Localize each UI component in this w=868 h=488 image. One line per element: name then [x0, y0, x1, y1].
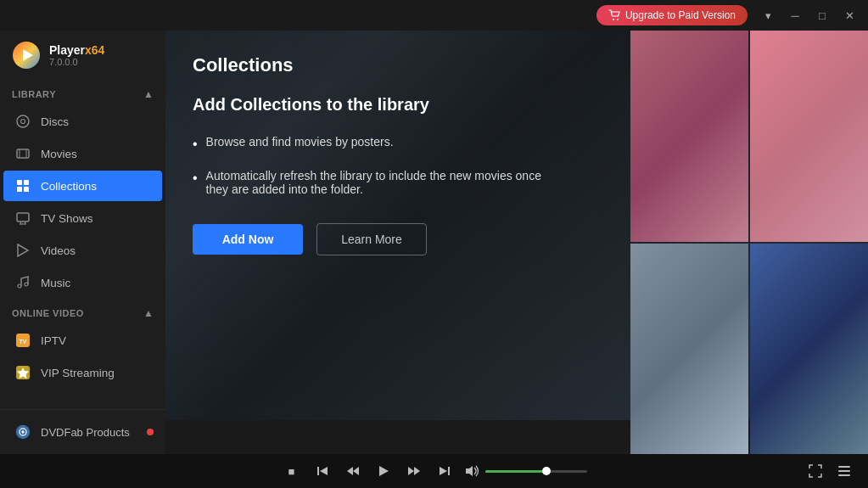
svg-marker-29 [347, 467, 353, 475]
restore-button[interactable]: □ [810, 7, 834, 24]
next-icon [439, 465, 451, 477]
feature-title: Add Collections to the library [193, 95, 841, 115]
svg-rect-39 [838, 474, 850, 476]
svg-rect-9 [17, 180, 22, 185]
online-video-label: Online Video [12, 308, 84, 318]
volume-area [465, 465, 587, 477]
feature-item-1: Browse and find movies by posters. [193, 135, 549, 154]
svg-point-19 [25, 283, 28, 286]
volume-icon [465, 465, 480, 477]
page-title: Collections [193, 54, 841, 76]
svg-marker-28 [320, 467, 328, 475]
play-button[interactable] [373, 461, 394, 481]
svg-marker-33 [414, 467, 420, 475]
add-now-button[interactable]: Add Now [193, 224, 303, 255]
dropdown-button[interactable]: ▾ [756, 7, 780, 24]
sidebar-item-discs[interactable]: Discs [3, 106, 162, 137]
rewind-icon [346, 465, 360, 477]
fullscreen-icon [809, 464, 822, 478]
sidebar-item-iptv[interactable]: TV IPTV [3, 325, 162, 356]
movies-icon [15, 146, 31, 161]
titlebar: Upgrade to Paid Version ▾ ─ □ ✕ [0, 0, 868, 31]
play-icon [378, 465, 389, 477]
volume-thumb [542, 467, 551, 475]
app-logo [12, 41, 41, 70]
library-section-header: Library ▲ [0, 80, 165, 105]
sidebar: Playerx64 7.0.0.0 Library ▲ Discs Movies [0, 31, 165, 454]
action-buttons: Add Now Learn More [193, 223, 841, 255]
library-label: Library [12, 89, 56, 99]
svg-rect-38 [838, 470, 850, 472]
dvdfab-icon [15, 424, 31, 440]
main-layout: Playerx64 7.0.0.0 Library ▲ Discs Movies [0, 31, 868, 454]
volume-slider[interactable] [485, 470, 587, 473]
sidebar-item-collections[interactable]: Collections [3, 171, 162, 201]
online-video-section-header: Online Video ▲ [0, 299, 165, 324]
sidebar-item-videos[interactable]: Videos [3, 235, 162, 266]
window-controls: ▾ ─ □ ✕ [756, 7, 861, 24]
vip-icon [15, 365, 31, 380]
prev-button[interactable] [312, 461, 333, 481]
svg-rect-12 [24, 187, 29, 192]
svg-rect-13 [17, 213, 29, 222]
svg-marker-17 [18, 244, 28, 256]
app-name: Playerx64 [49, 43, 104, 57]
sidebar-item-movies[interactable]: Movies [3, 138, 162, 169]
feature-item-2: Automatically refresh the library to inc… [193, 169, 549, 196]
music-icon [15, 275, 31, 290]
prev-icon [316, 465, 328, 477]
notification-dot [147, 429, 154, 435]
upgrade-button[interactable]: Upgrade to Paid Version [596, 5, 748, 25]
volume-fill [485, 470, 546, 473]
svg-rect-10 [24, 180, 29, 185]
content-area: Collections Add Collections to the libra… [165, 31, 868, 454]
svg-rect-34 [448, 467, 450, 475]
svg-point-0 [613, 19, 614, 20]
svg-marker-30 [353, 467, 359, 475]
logo-area: Playerx64 7.0.0.0 [0, 31, 165, 80]
learn-more-button[interactable]: Learn More [316, 223, 427, 255]
feature-list: Browse and find movies by posters. Autom… [193, 135, 841, 196]
videos-icon [15, 243, 31, 258]
tv-icon [15, 210, 31, 226]
library-toggle[interactable]: ▲ [143, 88, 154, 100]
player-right-controls [805, 461, 854, 481]
svg-point-4 [17, 115, 29, 127]
cart-icon [608, 9, 620, 21]
collections-content: Collections Add Collections to the libra… [165, 31, 868, 420]
svg-marker-36 [466, 466, 473, 476]
disc-icon [15, 114, 31, 129]
fullscreen-button[interactable] [805, 461, 826, 481]
fast-forward-icon [407, 465, 421, 477]
stop-button[interactable]: ■ [282, 461, 302, 481]
svg-rect-11 [17, 187, 22, 192]
app-version: 7.0.0.0 [49, 57, 104, 67]
svg-point-26 [21, 430, 24, 433]
playlist-button[interactable] [834, 461, 854, 481]
svg-rect-37 [838, 466, 850, 468]
svg-marker-32 [408, 467, 414, 475]
playlist-icon [837, 464, 851, 478]
svg-marker-31 [379, 466, 389, 476]
player-bar: ■ [0, 454, 868, 488]
online-video-toggle[interactable]: ▲ [143, 307, 154, 319]
svg-point-1 [617, 19, 619, 20]
fast-forward-button[interactable] [404, 461, 424, 481]
minimize-button[interactable]: ─ [783, 7, 807, 24]
sidebar-item-tv-shows[interactable]: TV Shows [3, 203, 162, 233]
svg-rect-27 [317, 467, 319, 475]
svg-marker-35 [440, 467, 447, 475]
sidebar-item-vip-streaming[interactable]: VIP Streaming [3, 357, 162, 388]
next-button[interactable] [434, 461, 455, 481]
close-button[interactable]: ✕ [837, 7, 861, 24]
svg-rect-6 [17, 149, 29, 158]
collections-icon [15, 178, 31, 194]
sidebar-bottom: DVDFab Products [0, 409, 165, 454]
iptv-icon: TV [15, 333, 31, 348]
svg-point-5 [21, 120, 25, 124]
svg-text:TV: TV [20, 339, 27, 345]
rewind-button[interactable] [343, 461, 363, 481]
sidebar-item-music[interactable]: Music [3, 267, 162, 298]
dvdfab-item[interactable]: DVDFab Products [3, 417, 162, 447]
